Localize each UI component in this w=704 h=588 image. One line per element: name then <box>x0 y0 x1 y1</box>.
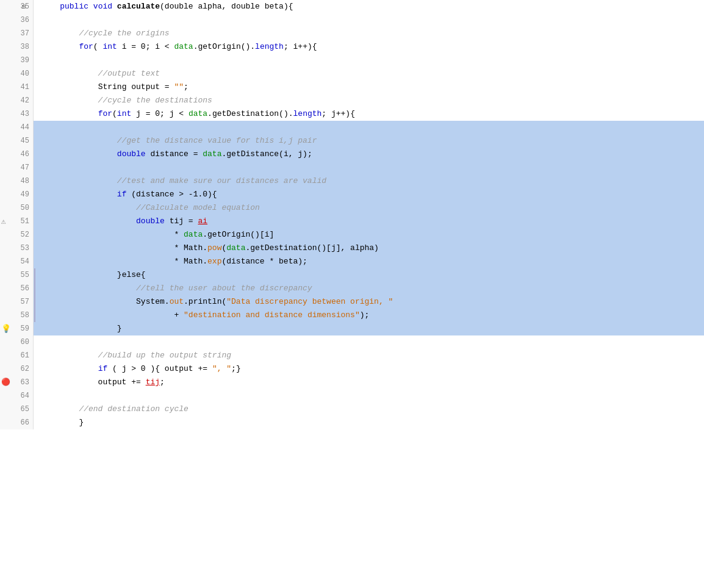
line-gutter: 44 <box>0 121 34 134</box>
token: exp <box>207 255 221 268</box>
line-content: //end destination cycle <box>34 403 704 416</box>
line-number: 53 <box>21 244 29 253</box>
line-number: 64 <box>21 392 29 400</box>
code-line: 42 //cycle the destinations <box>0 94 704 107</box>
line-gutter: 65 <box>0 403 34 416</box>
line-gutter: 54 <box>0 255 34 268</box>
code-line: 40 //output text <box>0 67 704 81</box>
code-line: 36 <box>0 13 704 27</box>
token: //output text <box>41 67 160 81</box>
line-number: 59 <box>21 324 29 333</box>
token: String <box>98 81 127 94</box>
line-number: 49 <box>21 190 29 199</box>
line-gutter: 64 <box>0 389 34 403</box>
fold-icon[interactable]: ⊟ <box>22 3 26 10</box>
token: } <box>41 416 84 429</box>
line-content: } <box>34 416 704 429</box>
line-content: public void calculate(double alpha, doub… <box>34 0 704 13</box>
line-number: 51 <box>21 217 29 226</box>
code-line: 44 <box>0 121 704 134</box>
line-number: 41 <box>21 83 29 91</box>
token: .getOrigin(). <box>193 40 255 54</box>
token: for <box>98 107 112 121</box>
line-gutter: 55 <box>0 268 34 282</box>
token: }else{ <box>117 268 146 282</box>
line-gutter: 56 <box>0 282 34 295</box>
token: //cycle the destinations <box>41 94 212 107</box>
code-line: 50 //Calculate model equation <box>0 201 704 215</box>
line-gutter: 58 <box>0 309 34 322</box>
code-editor: ⊟35 public void calculate(double alpha, … <box>0 0 704 588</box>
line-content: output += tij; <box>34 376 704 389</box>
error-icon: 🔴 <box>1 379 10 386</box>
token: ", " <box>212 362 231 376</box>
token <box>41 40 79 54</box>
code-line: 64 <box>0 389 704 403</box>
line-number: 54 <box>21 257 29 266</box>
line-number: 37 <box>21 29 29 38</box>
line-gutter: 37 <box>0 27 34 40</box>
line-number: 42 <box>21 96 29 105</box>
token: .println( <box>184 295 226 309</box>
line-content <box>34 389 704 403</box>
line-gutter: 🔴63 <box>0 376 34 389</box>
code-line: 53 * Math.pow(data.getDestination()[j], … <box>0 242 704 255</box>
line-content <box>34 13 704 27</box>
code-line: 56 //tell the user about the discrepancy <box>0 282 704 295</box>
line-content: System.out.println("Data discrepancy bet… <box>34 295 704 309</box>
token: (distance * beta); <box>221 255 307 268</box>
line-content: if ( j > 0 ){ output += ", ";} <box>34 362 704 376</box>
warning-icon: ⚠️ <box>1 218 6 226</box>
line-gutter: 43 <box>0 107 34 121</box>
line-gutter: ⚠️51 <box>0 215 34 228</box>
line-gutter: 39 <box>0 54 34 67</box>
line-gutter: 38 <box>0 40 34 54</box>
line-content <box>34 335 704 349</box>
code-line: 61 //build up the output string <box>0 349 704 362</box>
token <box>41 148 117 161</box>
line-gutter: 💡59 <box>0 322 34 335</box>
line-gutter: 50 <box>0 201 34 215</box>
line-content: double distance = data.getDistance(i, j)… <box>34 148 704 161</box>
line-number: 58 <box>21 311 29 320</box>
token <box>41 81 98 94</box>
code-line: 47 <box>0 161 704 174</box>
token: //cycle the origins <box>41 27 170 40</box>
token: data <box>184 228 203 242</box>
line-gutter: 52 <box>0 228 34 242</box>
token <box>41 268 117 282</box>
token: length <box>293 107 322 121</box>
line-content: String output = ""; <box>34 81 704 94</box>
line-content: double tij = ai <box>34 215 704 228</box>
code-line: 💡59 } <box>0 322 704 335</box>
token: if <box>117 188 127 201</box>
line-content <box>34 54 704 67</box>
line-content: for( int i = 0; i < data.getOrigin().len… <box>34 40 704 54</box>
line-gutter: 61 <box>0 349 34 362</box>
token: double <box>136 215 165 228</box>
token: i = 0; i < <box>117 40 174 54</box>
line-content: //cycle the origins <box>34 27 704 40</box>
token: ; j++){ <box>321 107 355 121</box>
line-gutter: 53 <box>0 242 34 255</box>
line-number: 56 <box>21 284 29 293</box>
line-content: for(int j = 0; j < data.getDestination()… <box>34 107 704 121</box>
token: (double alpha, double beta){ <box>160 0 293 13</box>
line-content: * Math.exp(distance * beta); <box>34 255 704 268</box>
line-number: 46 <box>21 150 29 159</box>
line-gutter: 60 <box>0 335 34 349</box>
code-line: 62 if ( j > 0 ){ output += ", ";} <box>0 362 704 376</box>
token: j = 0; j < <box>131 107 189 121</box>
line-content: //cycle the destinations <box>34 94 704 107</box>
code-line: 55 }else{ <box>0 268 704 282</box>
token: //test and make sure our distances are v… <box>41 174 326 188</box>
line-number: 39 <box>21 56 29 65</box>
line-gutter: 47 <box>0 161 34 174</box>
line-gutter: 66 <box>0 416 34 429</box>
token: calculate <box>117 0 160 13</box>
token: .getOrigin()[i] <box>203 228 274 242</box>
token: int <box>102 40 117 54</box>
token: ;} <box>231 362 241 376</box>
line-content: * Math.pow(data.getDestination()[j], alp… <box>34 242 704 255</box>
code-line: 38 for( int i = 0; i < data.getOrigin().… <box>0 40 704 54</box>
